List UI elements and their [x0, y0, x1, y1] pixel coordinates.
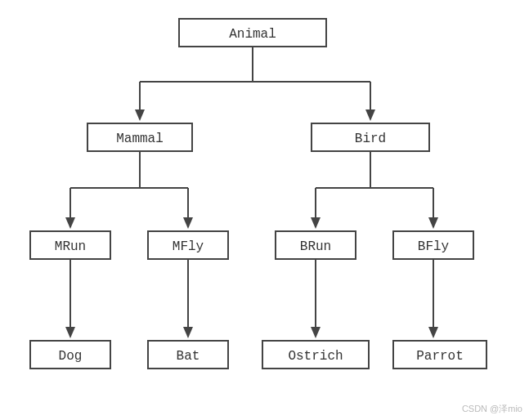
node-mrun: MRun [29, 230, 111, 260]
node-dog: Dog [29, 340, 111, 369]
watermark-text: CSDN @泽mio [462, 403, 522, 415]
node-bfly: BFly [392, 230, 474, 260]
node-mammal: Mammal [87, 123, 193, 152]
node-animal: Animal [178, 18, 327, 47]
node-brun: BRun [275, 230, 356, 260]
node-bat: Bat [147, 340, 229, 369]
node-parrot: Parrot [392, 340, 487, 369]
node-bird: Bird [311, 123, 430, 152]
node-mfly: MFly [147, 230, 229, 260]
node-ostrich: Ostrich [262, 340, 370, 369]
